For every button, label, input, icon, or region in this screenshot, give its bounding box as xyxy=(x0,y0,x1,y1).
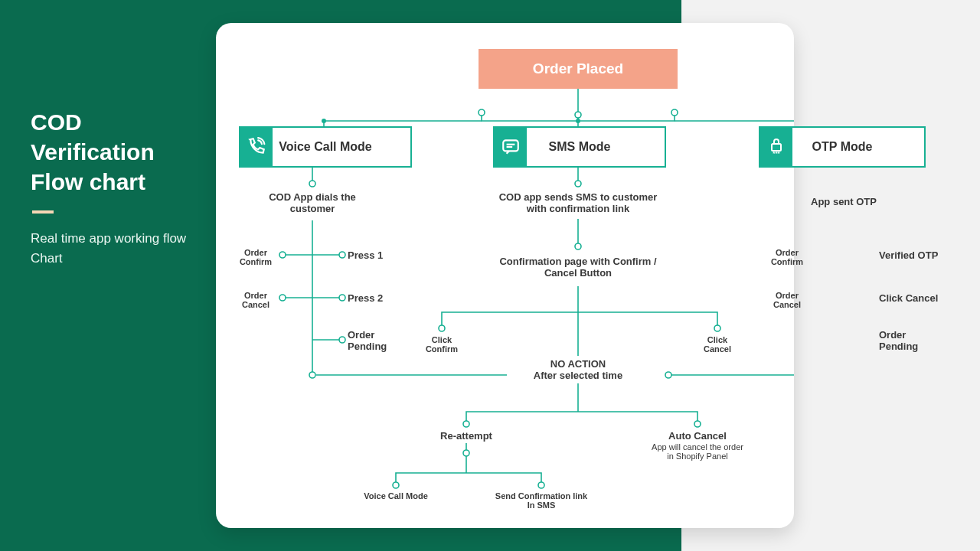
svg-point-46 xyxy=(463,421,469,427)
sms-auto-cancel-desc: App will cancel the order in Shopify Pan… xyxy=(649,442,746,461)
voice-confirm-right: Press 1 xyxy=(348,249,409,261)
otp-confirm-left: Order Confirm xyxy=(764,248,810,266)
sms-click-cancel: ClickCancel xyxy=(694,335,741,354)
reattempt-voice: Voice Call Mode xyxy=(351,491,441,500)
flowchart-card: Order Placed Voice Call Mode SMS Mode **… xyxy=(216,23,794,528)
svg-point-20 xyxy=(309,372,315,378)
svg-point-50 xyxy=(393,482,399,488)
sms-desc: COD app sends SMS to customer with confi… xyxy=(493,191,663,214)
title-underline xyxy=(32,210,54,214)
voice-cancel-right: Press 2 xyxy=(348,292,409,304)
phone-icon xyxy=(240,128,273,166)
node-voice-mode: Voice Call Mode xyxy=(239,126,412,168)
voice-confirm-left: Order Confirm xyxy=(233,248,279,266)
page-title: COD Verification Flow chart xyxy=(31,107,199,197)
svg-point-34 xyxy=(575,181,581,187)
sms-icon xyxy=(495,128,527,166)
reattempt-sms: Send Confirmation link In SMS xyxy=(492,491,591,510)
svg-point-49 xyxy=(463,450,469,456)
otp-desc: App sent OTP xyxy=(779,196,908,207)
node-order-placed: Order Placed xyxy=(479,49,678,89)
node-sms-mode: SMS Mode xyxy=(493,126,666,168)
svg-point-14 xyxy=(339,252,345,258)
svg-text:***: *** xyxy=(773,150,780,157)
otp-cancel-left: Order Cancel xyxy=(764,291,810,309)
otp-confirm-right: Verified OTP xyxy=(879,249,963,261)
svg-point-39 xyxy=(714,325,720,331)
svg-point-51 xyxy=(538,482,544,488)
svg-point-5 xyxy=(322,119,326,123)
svg-point-47 xyxy=(694,421,701,427)
svg-point-10 xyxy=(309,181,315,187)
otp-pending: OrderPending xyxy=(879,329,948,352)
sms-auto-cancel: Auto Cancel xyxy=(657,430,738,442)
svg-point-13 xyxy=(279,252,286,258)
svg-point-44 xyxy=(665,372,671,378)
svg-point-2 xyxy=(671,109,678,116)
svg-point-36 xyxy=(575,243,581,249)
node-otp-mode: *** OTP Mode xyxy=(759,126,926,168)
svg-rect-52 xyxy=(503,140,518,151)
title-line3: Flow chart xyxy=(31,169,145,194)
svg-point-3 xyxy=(575,112,581,118)
svg-point-18 xyxy=(339,337,345,343)
sms-click-confirm: ClickConfirm xyxy=(416,335,467,354)
voice-pending: OrderPending xyxy=(348,329,416,352)
sms-noaction: NO ACTION After selected time xyxy=(507,358,649,381)
title-line1: COD xyxy=(31,109,82,135)
voice-cancel-left: Order Cancel xyxy=(233,291,279,309)
sms-page: Confirmation page with Confirm / Cancel … xyxy=(493,256,663,279)
svg-point-38 xyxy=(439,325,445,331)
svg-point-1 xyxy=(479,109,485,116)
svg-point-16 xyxy=(279,295,286,301)
title-line2: Verification xyxy=(31,139,155,165)
otp-cancel-right: Click Cancel xyxy=(879,292,963,304)
page-subtitle: Real time app working flow Chart xyxy=(31,229,199,269)
voice-desc: COD App dials the customer xyxy=(247,191,378,214)
sms-reattempt: Re-attempt xyxy=(430,430,502,442)
svg-point-17 xyxy=(339,295,345,301)
lock-icon: *** xyxy=(760,128,792,166)
sidebar: COD Verification Flow chart Real time ap… xyxy=(31,107,199,269)
order-placed-label: Order Placed xyxy=(533,60,623,77)
